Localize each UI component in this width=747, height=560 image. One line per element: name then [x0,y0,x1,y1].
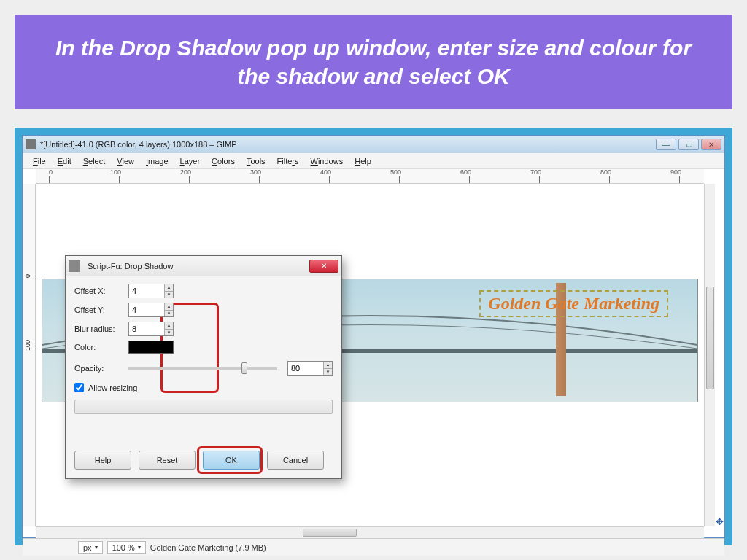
slider-handle[interactable] [241,362,247,374]
menu-colors[interactable]: Colors [206,157,241,166]
vertical-scrollbar[interactable] [704,184,715,526]
navigation-icon[interactable]: ✥ [715,517,724,526]
minimize-button[interactable]: — [656,139,676,150]
menu-file[interactable]: File [27,157,52,166]
dialog-title: Script-Fu: Drop Shadow [85,262,309,271]
scriptfu-icon [69,260,80,272]
offset-y-spinner[interactable]: ▲▼ [128,303,174,317]
work-area: 0 100 Golden Gate Marketing ✥ [23,184,724,526]
ok-button[interactable]: OK [203,451,260,470]
blur-label: Blur radius: [74,324,128,333]
gimp-icon [26,139,36,149]
menu-select[interactable]: Select [77,157,112,166]
menu-filters[interactable]: Filters [271,157,305,166]
spinner-up-icon[interactable]: ▲ [323,362,332,369]
selected-text-layer[interactable]: Golden Gate Marketing [479,290,668,317]
menu-layer[interactable]: Layer [174,157,206,166]
dialog-titlebar[interactable]: Script-Fu: Drop Shadow ✕ [66,256,341,276]
spinner-down-icon[interactable]: ▼ [164,292,173,298]
progress-bar [74,400,333,414]
status-layer-info: Golden Gate Marketing (7.9 MB) [150,543,266,552]
unit-selector[interactable]: px [78,541,103,554]
menu-bar: File Edit Select View Image Layer Colors… [23,153,724,169]
menu-edit[interactable]: Edit [52,157,77,166]
close-button[interactable]: ✕ [701,139,721,150]
window-title: *[Untitled]-41.0 (RGB color, 4 layers) 1… [40,140,237,149]
spinner-up-icon[interactable]: ▲ [164,322,173,330]
blur-spinner[interactable]: ▲▼ [128,322,174,336]
color-label: Color: [74,343,128,351]
help-button[interactable]: Help [74,451,131,470]
zoom-selector[interactable]: 100 % [107,541,146,554]
vertical-ruler[interactable]: 0 100 [23,184,36,526]
horizontal-ruler[interactable]: 0 100 200 300 400 500 600 700 800 900 [36,169,704,184]
dialog-body: Offset X: ▲▼ Offset Y: ▲▼ [66,276,341,478]
scrollbar-thumb[interactable] [303,529,356,537]
horizontal-scrollbar[interactable] [36,526,704,538]
offset-x-label: Offset X: [74,287,128,295]
cancel-button[interactable]: Cancel [267,451,324,470]
spinner-up-icon[interactable]: ▲ [164,303,173,311]
instruction-text: In the Drop Shadow pop up window, enter … [44,34,703,90]
menu-tools[interactable]: Tools [241,157,271,166]
offset-y-label: Offset Y: [74,306,128,314]
opacity-label: Opacity: [74,364,128,373]
offset-x-spinner[interactable]: ▲▼ [128,284,174,298]
menu-image[interactable]: Image [140,157,174,166]
maximize-button[interactable]: ▭ [678,139,699,150]
allow-resizing-checkbox[interactable] [74,383,84,392]
presentation-frame: *[Untitled]-41.0 (RGB color, 4 layers) 1… [15,128,732,545]
spinner-down-icon[interactable]: ▼ [164,330,173,336]
opacity-spinner[interactable]: ▲▼ [287,361,333,376]
status-bar: px 100 % Golden Gate Marketing (7.9 MB) [23,538,724,556]
drop-shadow-dialog: Script-Fu: Drop Shadow ✕ Offset X: ▲▼ Of… [65,255,342,479]
gimp-window: *[Untitled]-41.0 (RGB color, 4 layers) 1… [22,135,725,538]
reset-button[interactable]: Reset [139,451,196,470]
menu-windows[interactable]: Windows [305,157,349,166]
spinner-up-icon[interactable]: ▲ [164,284,173,292]
spinner-down-icon[interactable]: ▼ [164,311,173,317]
scrollbar-thumb[interactable] [706,287,714,389]
spinner-down-icon[interactable]: ▼ [323,369,332,376]
window-titlebar[interactable]: *[Untitled]-41.0 (RGB color, 4 layers) 1… [23,136,724,153]
allow-resizing-label: Allow resizing [88,384,137,392]
menu-view[interactable]: View [111,157,140,166]
opacity-slider[interactable] [128,367,277,370]
color-picker-button[interactable] [128,341,174,354]
menu-help[interactable]: Help [349,157,377,166]
instruction-banner: In the Drop Shadow pop up window, enter … [15,15,732,109]
dialog-close-button[interactable]: ✕ [309,260,338,273]
